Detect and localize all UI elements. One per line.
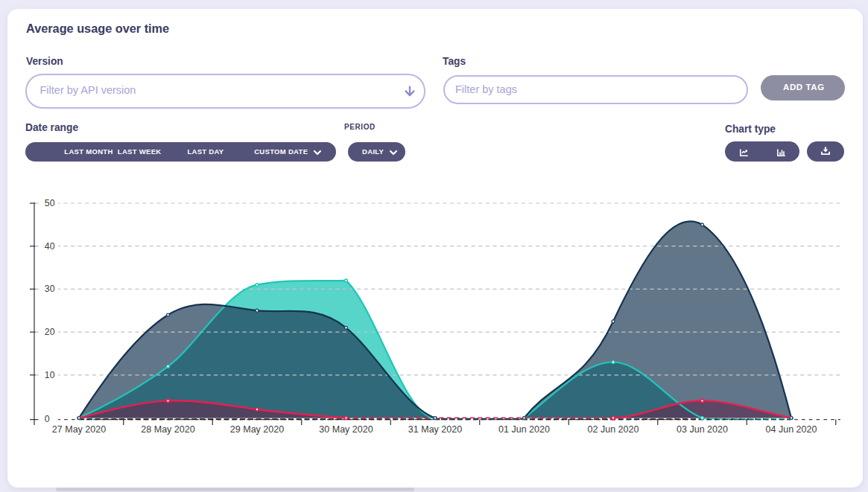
svg-text:0: 0 [45,414,50,424]
svg-text:27 May 2020: 27 May 2020 [52,424,106,435]
svg-text:30 May 2020: 30 May 2020 [319,424,373,435]
svg-text:29 May 2020: 29 May 2020 [230,424,284,435]
svg-text:04 Jun 2020: 04 Jun 2020 [766,424,817,435]
svg-text:20: 20 [45,327,55,337]
svg-text:01 Jun 2020: 01 Jun 2020 [498,424,550,435]
svg-text:40: 40 [45,241,55,252]
svg-text:03 Jun 2020: 03 Jun 2020 [677,424,728,435]
svg-text:30: 30 [45,284,55,294]
svg-text:31 May 2020: 31 May 2020 [408,424,462,435]
svg-text:02 Jun 2020: 02 Jun 2020 [588,424,639,435]
svg-text:50: 50 [45,198,55,208]
svg-text:10: 10 [45,370,55,380]
svg-text:28 May 2020: 28 May 2020 [141,424,194,435]
